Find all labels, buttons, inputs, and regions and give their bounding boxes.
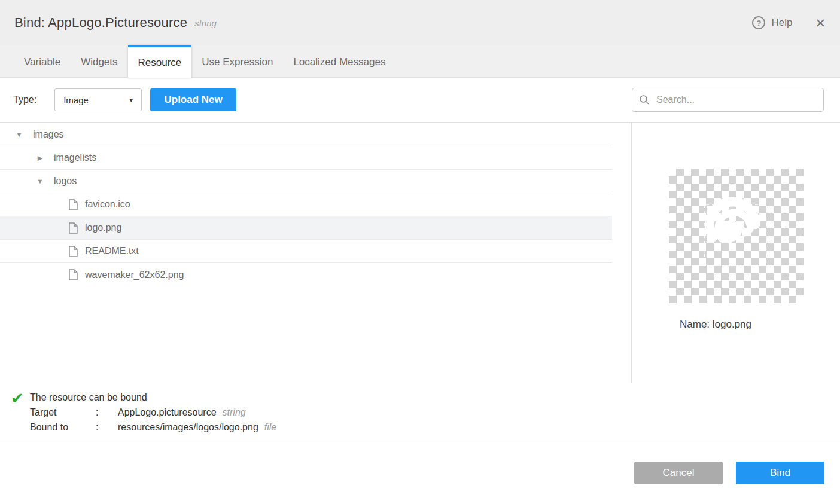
tab-widgets[interactable]: Widgets bbox=[71, 45, 127, 77]
chevron-down-icon[interactable]: ▼ bbox=[36, 178, 44, 185]
bind-button[interactable]: Bind bbox=[736, 462, 824, 484]
resource-content: ▼ images ▶ imagelists ▼ logos favicon.ic… bbox=[0, 123, 840, 383]
search-input[interactable] bbox=[632, 88, 824, 112]
tree-item-imagelists[interactable]: ▶ imagelists bbox=[0, 146, 612, 170]
preview-name: Name: logo.png bbox=[632, 319, 751, 331]
tree-item-images[interactable]: ▼ images bbox=[0, 123, 612, 146]
tree-item-label: logos bbox=[54, 176, 77, 187]
tree-item-label: favicon.ico bbox=[85, 199, 130, 210]
file-icon bbox=[69, 269, 78, 280]
tree-item-label: imagelists bbox=[54, 152, 96, 163]
dialog-title: Bind: AppLogo.Picturesource bbox=[14, 15, 187, 30]
dropdown-arrow-icon: ▼ bbox=[128, 97, 134, 103]
search-icon bbox=[639, 94, 650, 105]
tree-item-favicon[interactable]: favicon.ico bbox=[0, 193, 612, 216]
status-bar: ✔ The resource can be bound Target : App… bbox=[0, 383, 840, 442]
file-icon bbox=[69, 199, 78, 210]
resource-toolbar: Type: Image ▼ Upload New bbox=[0, 78, 840, 123]
status-target-label: Target bbox=[30, 405, 96, 420]
tab-localized-messages[interactable]: Localized Messages bbox=[283, 45, 395, 77]
close-icon[interactable]: ✕ bbox=[815, 17, 826, 29]
tree-item-readme[interactable]: README.txt bbox=[0, 240, 612, 263]
file-icon bbox=[69, 246, 78, 257]
type-select-value: Image bbox=[63, 95, 128, 105]
dialog-footer: Cancel Bind bbox=[0, 442, 840, 503]
help-icon: ? bbox=[752, 16, 765, 29]
tree-item-label: images bbox=[33, 129, 64, 140]
success-check-icon: ✔ bbox=[11, 389, 24, 407]
chevron-down-icon[interactable]: ▼ bbox=[15, 131, 23, 138]
status-boundto-label: Bound to bbox=[30, 420, 96, 435]
title-type-badge: string bbox=[194, 18, 217, 28]
tab-resource[interactable]: Resource bbox=[128, 45, 192, 78]
help-label: Help bbox=[771, 17, 792, 29]
tab-variable[interactable]: Variable bbox=[14, 45, 71, 77]
search-box bbox=[632, 88, 824, 112]
status-boundto-row: Bound to : resources/images/logos/logo.p… bbox=[30, 420, 276, 435]
tree-item-logos[interactable]: ▼ logos bbox=[0, 170, 612, 193]
status-target-type: string bbox=[223, 405, 246, 420]
help-button[interactable]: ? Help bbox=[752, 16, 792, 29]
status-boundto-type: file bbox=[264, 420, 276, 435]
tab-bar: Variable Widgets Resource Use Expression… bbox=[0, 45, 840, 78]
status-target-value: AppLogo.picturesource bbox=[118, 405, 217, 420]
tab-use-expression[interactable]: Use Expression bbox=[191, 45, 283, 77]
tree-item-wavemaker-png[interactable]: wavemaker_62x62.png bbox=[0, 263, 612, 286]
tree-item-label: logo.png bbox=[85, 222, 121, 233]
preview-panel: Name: logo.png bbox=[632, 123, 840, 383]
tree-item-label: README.txt bbox=[85, 246, 139, 256]
upload-new-button[interactable]: Upload New bbox=[150, 88, 236, 111]
resource-tree: ▼ images ▶ imagelists ▼ logos favicon.ic… bbox=[0, 123, 631, 383]
chevron-right-icon[interactable]: ▶ bbox=[36, 154, 44, 162]
dialog-header: Bind: AppLogo.Picturesource string ? Hel… bbox=[0, 0, 840, 45]
bind-dialog: Bind: AppLogo.Picturesource string ? Hel… bbox=[0, 0, 840, 504]
type-label: Type: bbox=[13, 94, 36, 105]
tree-item-logo-png[interactable]: logo.png bbox=[0, 216, 612, 240]
image-preview bbox=[669, 169, 804, 303]
file-icon bbox=[69, 222, 78, 234]
tree-item-label: wavemaker_62x62.png bbox=[85, 270, 184, 280]
type-select[interactable]: Image ▼ bbox=[54, 88, 142, 111]
logo-image bbox=[705, 196, 762, 253]
status-message: The resource can be bound bbox=[30, 390, 276, 405]
status-boundto-value: resources/images/logos/logo.png bbox=[118, 420, 258, 435]
cancel-button[interactable]: Cancel bbox=[634, 462, 723, 484]
status-target-row: Target : AppLogo.picturesource string bbox=[30, 405, 276, 420]
